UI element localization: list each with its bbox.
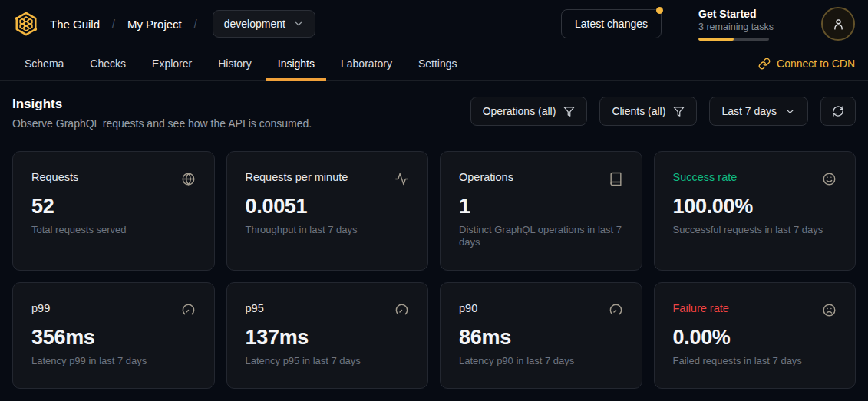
- stat-card: p95 137ms Latency p95 in last 7 days: [226, 282, 429, 389]
- tab-explorer[interactable]: Explorer: [140, 48, 203, 80]
- breadcrumb-org[interactable]: The Guild: [50, 18, 100, 31]
- stat-card-description: Failed requests in last 7 days: [673, 355, 837, 367]
- top-header: The Guild / My Project / development Lat…: [0, 0, 868, 48]
- book-icon: [609, 172, 623, 186]
- link-icon: [758, 58, 771, 70]
- user-icon: [832, 18, 845, 31]
- frown-icon: [822, 303, 837, 317]
- target-selector-dropdown[interactable]: development: [213, 10, 315, 38]
- tab-schema[interactable]: Schema: [13, 48, 75, 80]
- stat-card-title: Failure rate: [673, 302, 729, 314]
- stat-card: Requests 52 Total requests served: [12, 151, 215, 271]
- page-subtitle: Observe GraphQL requests and see how the…: [12, 117, 312, 130]
- chevron-down-icon: [784, 106, 796, 117]
- page-heading-block: Insights Observe GraphQL requests and se…: [12, 97, 312, 130]
- get-started-widget[interactable]: Get Started 3 remaining tasks: [698, 8, 795, 41]
- get-started-remaining: 3 remaining tasks: [698, 21, 795, 32]
- tab-laboratory[interactable]: Laboratory: [329, 48, 404, 80]
- stat-card-value: 0.00%: [673, 326, 837, 350]
- stat-card-value: 86ms: [459, 326, 623, 350]
- stats-cards-grid: Requests 52 Total requests served Reques…: [12, 151, 856, 389]
- get-started-title: Get Started: [698, 8, 795, 20]
- latest-changes-button[interactable]: Latest changes: [561, 9, 662, 38]
- connect-to-cdn-label: Connect to CDN: [777, 58, 855, 70]
- stat-card-description: Latency p99 in last 7 days: [31, 355, 196, 367]
- clients-filter-label: Clients (all): [612, 105, 665, 117]
- project-nav: SchemaChecksExplorerHistoryInsightsLabor…: [0, 48, 868, 81]
- stat-card-title: Operations: [459, 171, 513, 183]
- stat-card-title: p99: [31, 302, 50, 314]
- stat-card-description: Latency p90 in last 7 days: [459, 355, 623, 367]
- period-dropdown[interactable]: Last 7 days: [709, 97, 808, 126]
- stat-card-value: 100.00%: [673, 195, 837, 219]
- stat-card-description: Latency p95 in last 7 days: [246, 355, 410, 367]
- refresh-icon: [832, 105, 844, 117]
- page-title: Insights: [12, 97, 312, 112]
- gauge-icon: [609, 303, 623, 317]
- insights-page: Insights Observe GraphQL requests and se…: [0, 81, 868, 389]
- tab-history[interactable]: History: [206, 48, 263, 80]
- tab-insights[interactable]: Insights: [266, 48, 326, 80]
- tab-checks[interactable]: Checks: [78, 48, 137, 80]
- stat-card-value: 0.0051: [246, 195, 410, 219]
- stat-card-value: 137ms: [246, 326, 410, 350]
- activity-icon: [394, 172, 409, 186]
- stat-card-title: p90: [459, 302, 477, 314]
- period-label: Last 7 days: [721, 105, 777, 117]
- user-avatar[interactable]: [821, 7, 855, 41]
- clients-filter-button[interactable]: Clients (all): [599, 97, 697, 126]
- gauge-icon: [181, 303, 196, 317]
- stat-card-title: Requests: [31, 171, 78, 183]
- refresh-button[interactable]: [820, 97, 856, 126]
- breadcrumb-separator: /: [193, 18, 199, 30]
- stat-card: p90 86ms Latency p90 in last 7 days: [440, 282, 642, 389]
- guild-logo-icon[interactable]: [13, 11, 39, 37]
- operations-filter-label: Operations (all): [483, 105, 556, 117]
- breadcrumb-project[interactable]: My Project: [127, 18, 182, 31]
- get-started-progress-fill: [698, 38, 734, 41]
- target-selector-value: development: [224, 18, 285, 30]
- smile-icon: [822, 172, 837, 186]
- tab-settings[interactable]: Settings: [407, 48, 469, 80]
- filter-icon: [673, 106, 685, 117]
- gauge-icon: [394, 303, 409, 317]
- stat-card-description: Distinct GraphQL operations in last 7 da…: [459, 224, 623, 249]
- stat-card-description: Throughput in last 7 days: [246, 224, 410, 236]
- stat-card-description: Total requests served: [31, 224, 196, 236]
- notification-dot: [656, 7, 663, 14]
- stat-card-description: Successful requests in last 7 days: [673, 224, 837, 236]
- stat-card-title: Success rate: [673, 171, 738, 183]
- stat-card: Failure rate 0.00% Failed requests in la…: [654, 282, 856, 389]
- stat-card-value: 356ms: [31, 326, 196, 350]
- filter-toolbar: Operations (all) Clients (all) Last 7 da…: [470, 97, 856, 126]
- stat-card-value: 1: [459, 195, 623, 219]
- connect-to-cdn-link[interactable]: Connect to CDN: [758, 48, 855, 80]
- stat-card-title: p95: [246, 302, 264, 314]
- stat-card-title: Requests per minute: [246, 171, 348, 183]
- stat-card: Requests per minute 0.0051 Throughput in…: [226, 151, 429, 271]
- stat-card-value: 52: [31, 195, 196, 219]
- stat-card: Success rate 100.00% Successful requests…: [654, 151, 856, 271]
- latest-changes-label: Latest changes: [575, 18, 648, 30]
- get-started-progressbar: [698, 38, 769, 41]
- operations-filter-button[interactable]: Operations (all): [470, 97, 588, 126]
- stat-card: p99 356ms Latency p99 in last 7 days: [12, 282, 215, 389]
- breadcrumb-separator: /: [111, 18, 117, 30]
- filter-icon: [563, 106, 575, 117]
- stat-card: Operations 1 Distinct GraphQL operations…: [440, 151, 642, 271]
- chevron-down-icon: [293, 18, 304, 29]
- nav-tabs: SchemaChecksExplorerHistoryInsightsLabor…: [13, 48, 469, 80]
- globe-icon: [181, 172, 196, 186]
